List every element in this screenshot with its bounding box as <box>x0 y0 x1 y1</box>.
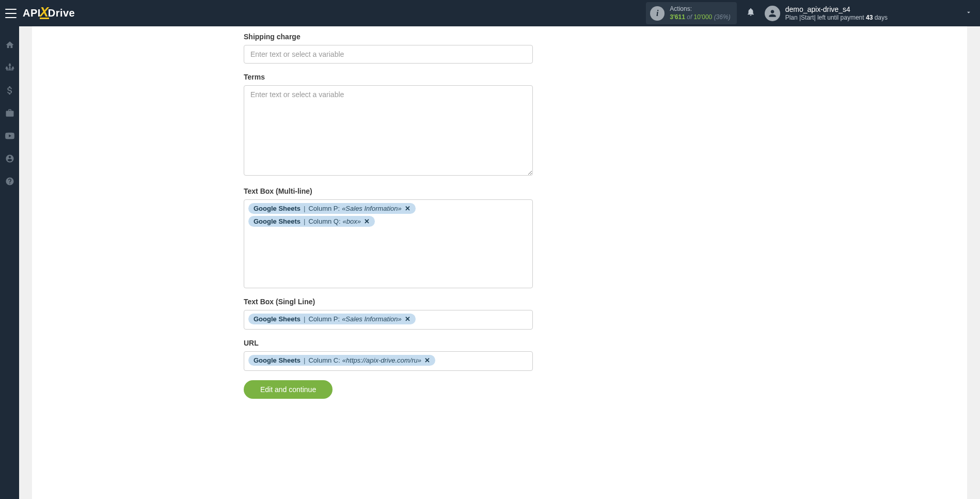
field-terms: Terms <box>244 73 533 178</box>
field-shipping-charge: Shipping charge <box>244 33 533 64</box>
tagbox-url[interactable]: Google Sheets | Column C: «https://apix-… <box>244 351 533 371</box>
label-url: URL <box>244 339 533 347</box>
tag-sep: | <box>304 205 305 212</box>
tag-item[interactable]: Google Sheets | Column Q: «box» ✕ <box>248 216 375 227</box>
sidebar <box>0 26 19 499</box>
plan-days: 43 <box>866 14 873 21</box>
tagbox-textbox-singleline[interactable]: Google Sheets | Column P: «Sales Informa… <box>244 310 533 330</box>
tag-value: «https://apix-drive.com/ru» <box>342 356 421 364</box>
plan-suffix: days <box>873 14 888 21</box>
sidebar-connections[interactable] <box>0 62 19 73</box>
user-name: demo_apix-drive_s4 <box>785 5 888 14</box>
chevron-down-icon <box>965 9 972 18</box>
logo-pre: API <box>23 7 41 19</box>
field-url: URL Google Sheets | Column C: «https://a… <box>244 339 533 371</box>
tag-sep: | <box>304 217 305 225</box>
sidebar-help[interactable] <box>0 176 19 187</box>
tag-remove-icon[interactable]: ✕ <box>424 356 430 364</box>
svg-rect-0 <box>9 64 10 65</box>
sidebar-account[interactable] <box>0 153 19 164</box>
form-area: Shipping charge Terms Text Box (Multi-li… <box>244 26 533 399</box>
field-textbox-multiline: Text Box (Multi-line) Google Sheets | Co… <box>244 187 533 288</box>
info-icon: i <box>650 6 665 21</box>
actions-counter[interactable]: i Actions: 3'611 of 10'000 (36%) <box>646 2 736 24</box>
label-textbox-singleline: Text Box (Singl Line) <box>244 298 533 306</box>
user-info: demo_apix-drive_s4 Plan |Start| left unt… <box>785 5 888 22</box>
logo[interactable]: APIXDrive <box>23 7 75 20</box>
tag-value: «Sales Information» <box>342 315 402 323</box>
tag-column: Column P: <box>308 315 340 323</box>
plan-prefix: Plan |Start| left until payment <box>785 14 866 21</box>
actions-pct: (36%) <box>714 13 731 21</box>
tag-remove-icon[interactable]: ✕ <box>364 217 370 225</box>
label-terms: Terms <box>244 73 533 81</box>
svg-rect-2 <box>12 67 13 68</box>
content-card: Shipping charge Terms Text Box (Multi-li… <box>32 26 967 499</box>
sidebar-youtube[interactable] <box>0 130 19 142</box>
tag-column: Column P: <box>308 205 340 212</box>
user-avatar-icon <box>765 6 780 21</box>
tag-remove-icon[interactable]: ✕ <box>405 315 410 323</box>
svg-rect-1 <box>6 67 7 68</box>
input-shipping-charge[interactable] <box>244 45 533 64</box>
tag-sep: | <box>304 315 305 323</box>
tagbox-textbox-multiline[interactable]: Google Sheets | Column P: «Sales Informa… <box>244 199 533 288</box>
label-textbox-multiline: Text Box (Multi-line) <box>244 187 533 195</box>
tag-item[interactable]: Google Sheets | Column P: «Sales Informa… <box>248 314 416 324</box>
tag-source: Google Sheets <box>254 315 301 323</box>
sidebar-home[interactable] <box>0 39 19 51</box>
tag-source: Google Sheets <box>254 205 301 212</box>
tag-item[interactable]: Google Sheets | Column C: «https://apix-… <box>248 355 435 366</box>
tag-column: Column Q: <box>308 217 340 225</box>
logo-post: Drive <box>48 7 75 19</box>
tag-column: Column C: <box>308 356 340 364</box>
label-shipping-charge: Shipping charge <box>244 33 533 41</box>
actions-label: Actions: <box>670 5 730 13</box>
textarea-terms[interactable] <box>244 85 533 176</box>
tag-item[interactable]: Google Sheets | Column P: «Sales Informa… <box>248 203 416 214</box>
sidebar-billing[interactable] <box>0 85 19 96</box>
sidebar-briefcase[interactable] <box>0 107 19 119</box>
header-right: i Actions: 3'611 of 10'000 (36%) demo_ap… <box>646 2 972 24</box>
tag-source: Google Sheets <box>254 356 301 364</box>
menu-toggle[interactable] <box>5 9 17 18</box>
app-header: APIXDrive i Actions: 3'611 of 10'000 (36… <box>0 0 980 26</box>
main-content: Shipping charge Terms Text Box (Multi-li… <box>19 26 980 499</box>
tag-remove-icon[interactable]: ✕ <box>405 205 410 212</box>
actions-total: 10'000 <box>694 13 713 21</box>
submit-row: Edit and continue <box>244 380 533 399</box>
svg-rect-3 <box>9 67 10 68</box>
tag-sep: | <box>304 356 305 364</box>
header-left: APIXDrive <box>5 7 75 20</box>
user-menu[interactable]: demo_apix-drive_s4 Plan |Start| left unt… <box>765 5 972 22</box>
actions-current: 3'611 <box>670 13 685 21</box>
actions-text: Actions: 3'611 of 10'000 (36%) <box>670 5 730 21</box>
tag-source: Google Sheets <box>254 217 301 225</box>
field-textbox-singleline: Text Box (Singl Line) Google Sheets | Co… <box>244 298 533 330</box>
edit-continue-button[interactable]: Edit and continue <box>244 380 333 399</box>
tag-value: «box» <box>343 217 361 225</box>
tag-value: «Sales Information» <box>342 205 402 212</box>
notifications-icon[interactable] <box>746 7 755 19</box>
actions-of: of <box>687 13 692 21</box>
